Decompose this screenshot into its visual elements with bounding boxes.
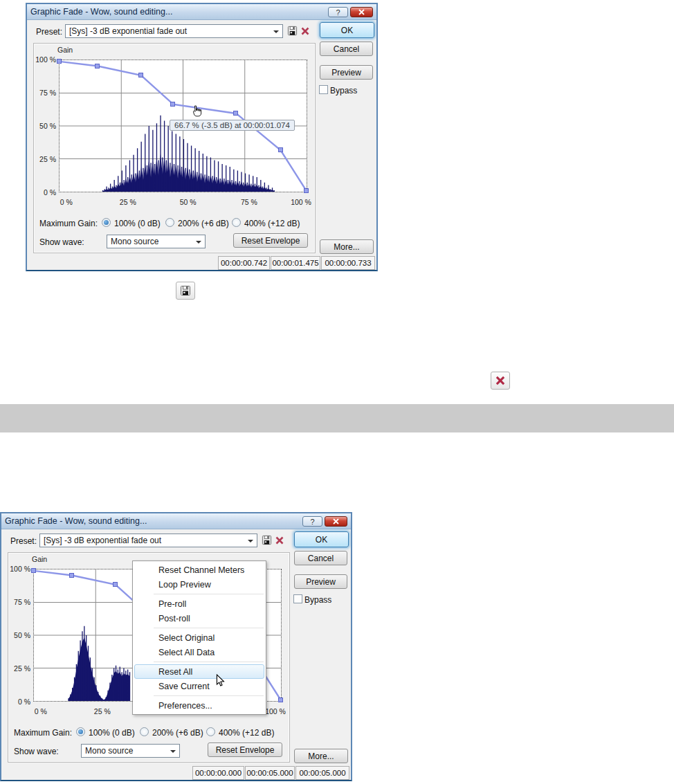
chevron-down-icon [170,750,176,753]
save-icon[interactable] [176,282,195,300]
menu-item-save-current[interactable]: Save Current [134,679,264,693]
status-end-time: 00:00:01.475 [271,256,320,270]
bypass-checkbox[interactable] [293,594,302,603]
page: { "shared": { "title": "Graphic Fade - W… [0,0,674,784]
x-tick: 25 % [94,707,111,715]
preset-combobox[interactable]: [Sys] -3 dB exponential fade out [39,534,257,547]
menu-item-reset-all[interactable]: Reset All [134,664,264,679]
radio-200-6db[interactable] [140,727,149,736]
envelope-point[interactable] [278,698,283,702]
more-button[interactable]: More... [320,239,374,254]
envelope-tooltip: 66.7 % (-3.5 dB) at 00:00:01.074 [170,120,295,131]
y-tick: 75 % [3,598,30,606]
envelope-point[interactable] [278,147,283,152]
menu-separator [154,594,264,594]
save-preset-icon[interactable] [261,534,273,546]
preview-button[interactable]: Preview [320,65,373,80]
close-button[interactable] [325,516,347,527]
envelope-point[interactable] [233,111,238,116]
more-button[interactable]: More... [294,749,348,763]
envelope-point[interactable] [69,573,74,578]
close-icon [358,9,365,15]
bypass-label: Bypass [304,595,331,605]
window-title: Graphic Fade - Wow, sound editing... [5,516,300,526]
x-tick: 100 % [291,198,311,206]
envelope-point[interactable] [113,582,118,587]
radio-400-12db[interactable] [206,727,215,736]
show-wave-value: Mono source [111,237,158,246]
x-axis-labels: 0 % 25 % 50 % 75 % 100 % [59,198,307,208]
envelope-point[interactable] [31,568,36,573]
x-tick: 0 % [35,707,47,715]
envelope-point[interactable] [57,59,62,64]
show-wave-combobox[interactable]: Mono source [81,744,180,758]
y-tick: 0 % [28,188,56,197]
y-tick: 50 % [28,122,56,130]
radio-label: 200% (+6 dB) [178,219,229,228]
x-tick: 75 % [241,198,257,206]
cancel-button[interactable]: Cancel [320,42,373,56]
delete-preset-icon[interactable] [299,25,311,37]
radio-100-0db[interactable] [76,727,85,736]
menu-item-pre-roll[interactable]: Pre-roll [134,596,264,611]
menu-separator [154,695,264,696]
radio-400-12db[interactable] [232,218,241,227]
status-start-time: 00:00:00.000 [192,766,244,780]
help-button[interactable]: ? [328,7,348,17]
show-wave-combobox[interactable]: Mono source [107,235,206,248]
save-preset-icon[interactable] [286,25,298,37]
status-length-time: 00:00:00.733 [321,256,375,270]
menu-item-post-roll[interactable]: Post-roll [134,611,264,626]
y-tick: 75 % [28,89,56,97]
preset-value: [Sys] -3 dB exponential fade out [69,26,187,36]
help-button[interactable]: ? [302,516,322,527]
delete-icon[interactable] [491,372,510,390]
menu-separator [154,662,264,662]
x-tick: 50 % [180,198,197,206]
bypass-label: Bypass [330,86,357,95]
menu-item-select-all-data[interactable]: Select All Data [134,645,264,659]
window-title: Graphic Fade - Wow, sound editing... [30,7,326,17]
close-icon [333,518,339,525]
menu-item-preferences[interactable]: Preferences... [134,698,264,713]
status-length-time: 00:00:05.000 [295,766,349,780]
delete-preset-icon[interactable] [273,534,285,546]
preset-value: [Sys] -3 dB exponential fade out [44,536,161,545]
bypass-checkbox[interactable] [319,85,328,94]
preview-button[interactable]: Preview [294,574,347,589]
menu-item-loop-preview[interactable]: Loop Preview [134,577,264,592]
gain-axis-label: Gain [32,555,47,563]
gray-separator-bar [0,404,674,432]
radio-100-0db[interactable] [102,218,111,227]
y-tick: 0 % [3,698,30,706]
chevron-down-icon [273,30,279,33]
menu-item-reset-channel-meters[interactable]: Reset Channel Meters [134,563,264,577]
title-bar[interactable]: Graphic Fade - Wow, sound editing... ? [1,513,351,529]
ok-button[interactable]: OK [294,531,349,547]
hand-cursor-icon [191,105,203,121]
chevron-down-icon [248,540,253,543]
x-tick: 25 % [120,198,136,206]
close-button[interactable] [350,7,373,17]
preset-combobox[interactable]: [Sys] -3 dB exponential fade out [65,24,283,38]
reset-envelope-button[interactable]: Reset Envelope [233,233,308,248]
envelope-point[interactable] [95,64,100,69]
envelope-point[interactable] [304,188,309,193]
gain-axis-label: Gain [57,46,73,54]
title-bar[interactable]: Graphic Fade - Wow, sound editing... ? [27,4,376,20]
chevron-down-icon [196,241,201,244]
menu-item-select-original[interactable]: Select Original [134,630,264,645]
radio-label: 400% (+12 dB) [219,728,274,738]
y-tick: 100 % [28,55,56,64]
radio-label: 200% (+6 dB) [152,728,203,738]
envelope-point[interactable] [170,102,175,107]
envelope-point[interactable] [138,73,143,78]
status-end-time: 00:00:05.000 [245,766,295,780]
radio-200-6db[interactable] [165,218,174,227]
arrow-cursor-icon [216,674,226,691]
cancel-button[interactable]: Cancel [294,551,347,565]
ok-button[interactable]: OK [320,22,374,38]
show-wave-value: Mono source [85,746,133,756]
preset-label: Preset: [36,27,62,37]
reset-envelope-button[interactable]: Reset Envelope [208,742,282,757]
